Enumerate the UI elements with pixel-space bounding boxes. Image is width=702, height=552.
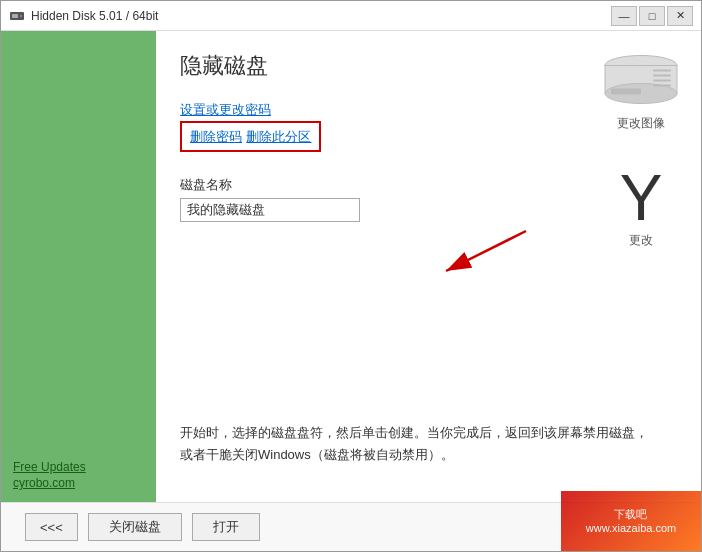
sidebar-links: Free Updates cyrobo.com [13, 460, 156, 490]
svg-rect-1 [12, 14, 18, 18]
close-button[interactable]: ✕ [667, 6, 693, 26]
svg-rect-2 [20, 15, 22, 17]
drive-letter-area: Y 更改 [620, 166, 663, 249]
title-controls: — □ ✕ [611, 6, 693, 26]
cyrobo-link[interactable]: cyrobo.com [13, 476, 156, 490]
change-image-link[interactable]: 更改图像 [617, 115, 665, 132]
disk-image [601, 51, 681, 111]
svg-rect-7 [653, 75, 671, 77]
description-text: 开始时，选择的磁盘盘符，然后单击创建。当你完成后，返回到该屏幕禁用磁盘，或者干脆… [180, 422, 660, 466]
app-window: Hidden Disk 5.01 / 64bit — □ ✕ Free Upda… [0, 0, 702, 552]
delete-password-link[interactable]: 删除密码 [190, 129, 242, 144]
set-password-link[interactable]: 设置或更改密码 [180, 101, 271, 119]
maximize-button[interactable]: □ [639, 6, 665, 26]
disk-name-input[interactable] [180, 198, 360, 222]
window-title: Hidden Disk 5.01 / 64bit [31, 9, 158, 23]
watermark-line1: 下载吧 [586, 507, 676, 521]
watermark-text: 下载吧 www.xiazaiba.com [586, 507, 676, 536]
delete-partition-link[interactable]: 删除此分区 [246, 129, 311, 144]
svg-rect-9 [653, 85, 671, 87]
watermark: 下载吧 www.xiazaiba.com [561, 491, 701, 551]
title-bar: Hidden Disk 5.01 / 64bit — □ ✕ [1, 1, 701, 31]
back-button[interactable]: <<< [25, 513, 78, 541]
app-icon [9, 8, 25, 24]
minimize-button[interactable]: — [611, 6, 637, 26]
watermark-line2: www.xiazaiba.com [586, 521, 676, 535]
change-drive-link[interactable]: 更改 [629, 232, 653, 249]
sidebar: Free Updates cyrobo.com [1, 31, 156, 502]
right-panel: 更改图像 Y 更改 [601, 51, 681, 249]
close-disk-button[interactable]: 关闭磁盘 [88, 513, 182, 541]
content-area: 隐藏磁盘 设置或更改密码 删除密码 删除此分区 磁盘名称 开始时，选择的磁盘盘符… [156, 31, 701, 502]
arrow-indicator [416, 221, 536, 301]
free-updates-link[interactable]: Free Updates [13, 460, 156, 474]
svg-rect-10 [611, 89, 641, 95]
open-button[interactable]: 打开 [192, 513, 260, 541]
svg-line-12 [446, 231, 526, 271]
svg-rect-6 [653, 70, 671, 72]
highlight-box: 删除密码 删除此分区 [180, 121, 321, 152]
title-bar-left: Hidden Disk 5.01 / 64bit [9, 8, 158, 24]
disk-icon-wrap: 更改图像 [601, 51, 681, 132]
main-layout: Free Updates cyrobo.com 隐藏磁盘 设置或更改密码 删除密… [1, 31, 701, 502]
drive-letter: Y [620, 166, 663, 230]
svg-rect-8 [653, 80, 671, 82]
